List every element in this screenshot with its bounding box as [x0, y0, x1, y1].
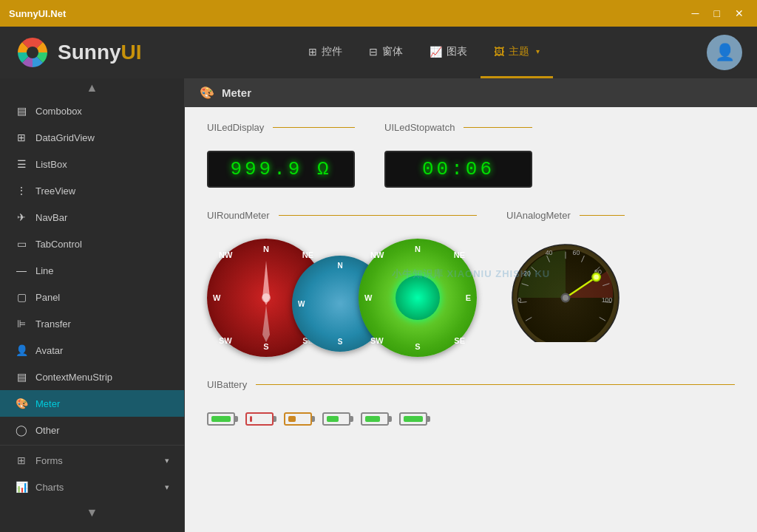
analog-meter: 0 20 40 60 80 100 [506, 239, 625, 342]
sidebar-item-navbar[interactable]: ✈ NavBar [0, 204, 184, 231]
battery-1 [207, 412, 235, 426]
avatar-sidebar-icon: 👤 [15, 344, 28, 356]
battery-6 [399, 412, 427, 426]
combobox-icon: ▤ [15, 105, 28, 117]
listbox-label: ListBox [35, 159, 67, 170]
meters-row: N S E W NE NW SE SW [207, 239, 477, 357]
forms-icon: ⊟ [369, 46, 378, 58]
transfer-label: Transfer [35, 318, 71, 330]
green-sw: SW [370, 336, 384, 345]
sidebar-scroll-down[interactable]: ▼ [0, 500, 184, 525]
green-center [396, 276, 440, 320]
forms-section-label: Forms [35, 455, 63, 466]
analog-meter-svg: 0 20 40 60 80 100 [506, 239, 625, 342]
controls-icon: ⊞ [308, 46, 317, 58]
sidebar-item-tabcontrol[interactable]: ▭ TabControl [0, 231, 184, 257]
sidebar-item-listbox[interactable]: ☰ ListBox [0, 151, 184, 177]
avatar[interactable]: 👤 [707, 35, 742, 70]
analog-meter-block: UIAnalogMeter [506, 210, 625, 342]
sidebar-item-datagridview[interactable]: ⊞ DataGridView [0, 124, 184, 151]
battery-fill-1 [211, 416, 231, 422]
meter-icon: 🎨 [15, 398, 28, 409]
nav-charts[interactable]: 📈 图表 [416, 27, 481, 78]
contextmenu-label: ContextMenuStrip [35, 372, 112, 383]
logo-area: SunnyUI [15, 35, 142, 70]
forms-section-icon: ⊞ [15, 454, 28, 466]
led-stopwatch: 00:06 [384, 151, 532, 188]
sidebar-divider-1 [0, 445, 184, 446]
teal-n: N [337, 262, 342, 270]
sidebar-item-meter[interactable]: 🎨 Meter [0, 390, 184, 417]
other-label: Other [35, 425, 60, 436]
sidebar-section-charts[interactable]: 📊 Charts ▾ [0, 474, 184, 500]
svg-point-1 [27, 47, 38, 58]
avatar-icon: 👤 [715, 43, 735, 62]
green-e: E [466, 293, 471, 302]
content-body: UILedDisplay 999.9 Ω UILedStopwatch 00:0… [185, 107, 757, 440]
theme-chevron-icon: ▾ [536, 47, 540, 55]
avatar-label: Avatar [35, 345, 63, 356]
theme-label: 主题 [509, 45, 529, 58]
sidebar-item-treeview[interactable]: ⋮ TreeView [0, 177, 184, 204]
nav-forms[interactable]: ⊟ 窗体 [356, 27, 416, 78]
battery-2 [245, 412, 274, 426]
sidebar-section-forms[interactable]: ⊞ Forms ▾ [0, 447, 184, 474]
maximize-button[interactable]: □ [710, 6, 724, 21]
nav-theme[interactable]: 🖼 主题 ▾ [481, 27, 553, 78]
led-stopwatch-block: UILedStopwatch 00:06 [384, 122, 532, 188]
sidebar-scroll-up[interactable]: ▲ [0, 78, 184, 98]
green-ne: NE [454, 250, 465, 259]
row-led: UILedDisplay 999.9 Ω UILedStopwatch 00:0… [207, 122, 735, 188]
compass-green-wrapper: N S E W NE NW SE SW [381, 239, 477, 357]
panel-label: Panel [35, 292, 60, 303]
navbar-label: NavBar [35, 212, 67, 223]
battery-fill-5 [365, 416, 380, 422]
round-meter-title: UIRoundMeter [207, 210, 477, 221]
sidebar-item-line[interactable]: — Line [0, 257, 184, 284]
content-header: 🎨 Meter [185, 78, 757, 107]
battery-fill-6 [404, 416, 423, 422]
teal-w: W [298, 299, 305, 307]
charts-section-icon: 📊 [15, 481, 28, 493]
panel-icon: ▢ [15, 291, 28, 303]
svg-text:60: 60 [573, 249, 580, 256]
close-button[interactable]: ✕ [730, 6, 748, 21]
transfer-icon: ⊫ [15, 318, 28, 330]
sidebar-item-avatar[interactable]: 👤 Avatar [0, 337, 184, 364]
header: SunnyUI ⊞ 控件 ⊟ 窗体 📈 图表 🖼 主题 ▾ 👤 [0, 27, 757, 78]
battery-fill-4 [327, 416, 339, 422]
sidebar-item-contextmenustrip[interactable]: ▤ ContextMenuStrip [0, 364, 184, 390]
titlebar: SunnyUI.Net ─ □ ✕ [0, 0, 757, 27]
logo-icon [15, 35, 50, 70]
main-layout: ▲ ▤ Combobox ⊞ DataGridView ☰ ListBox ⋮ … [0, 78, 757, 532]
battery-4 [322, 412, 350, 426]
logo-text: SunnyUI [58, 41, 142, 64]
sidebar: ▲ ▤ Combobox ⊞ DataGridView ☰ ListBox ⋮ … [0, 78, 185, 532]
sidebar-item-other[interactable]: ◯ Other [0, 417, 184, 443]
svg-text:100: 100 [602, 296, 613, 304]
green-s: S [415, 342, 420, 351]
svg-text:0: 0 [517, 296, 521, 304]
nav-controls[interactable]: ⊞ 控件 [295, 27, 356, 78]
theme-icon: 🖼 [494, 46, 504, 58]
led-display: 999.9 Ω [207, 151, 355, 188]
meter-label: Meter [35, 398, 60, 409]
charts-section-label: Charts [35, 482, 64, 493]
sidebar-item-combobox[interactable]: ▤ Combobox [0, 98, 184, 124]
battery-5 [361, 412, 389, 426]
charts-chevron-icon: ▾ [165, 482, 169, 492]
navbar-icon: ✈ [15, 211, 28, 223]
line-label: Line [35, 265, 54, 276]
green-nw: NW [370, 250, 384, 259]
green-se: SE [454, 336, 465, 345]
datagridview-label: DataGridView [35, 132, 95, 143]
minimize-button[interactable]: ─ [688, 6, 704, 21]
content-header-title: Meter [222, 86, 251, 99]
battery-block: UIBattery [207, 379, 735, 426]
row-meters: UIRoundMeter N S E W NE NW SE SW [207, 210, 735, 357]
teal-s: S [338, 338, 343, 346]
sidebar-item-panel[interactable]: ▢ Panel [0, 284, 184, 310]
sidebar-item-transfer[interactable]: ⊫ Transfer [0, 310, 184, 337]
tabcontrol-label: TabControl [35, 239, 82, 250]
controls-label: 控件 [322, 45, 342, 58]
